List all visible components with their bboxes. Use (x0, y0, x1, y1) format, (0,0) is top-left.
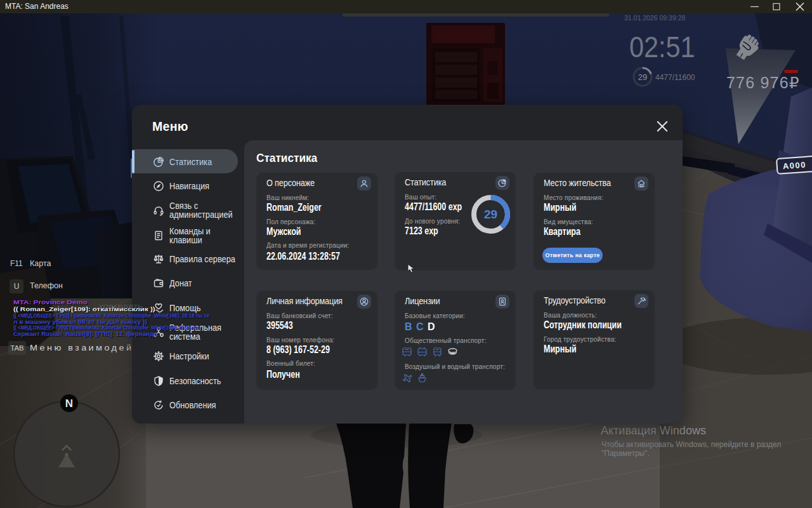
svg-text:29: 29 (638, 72, 647, 82)
svg-text:N: N (65, 398, 73, 410)
svg-text:A000: A000 (782, 160, 806, 171)
svg-text:29: 29 (484, 208, 497, 221)
